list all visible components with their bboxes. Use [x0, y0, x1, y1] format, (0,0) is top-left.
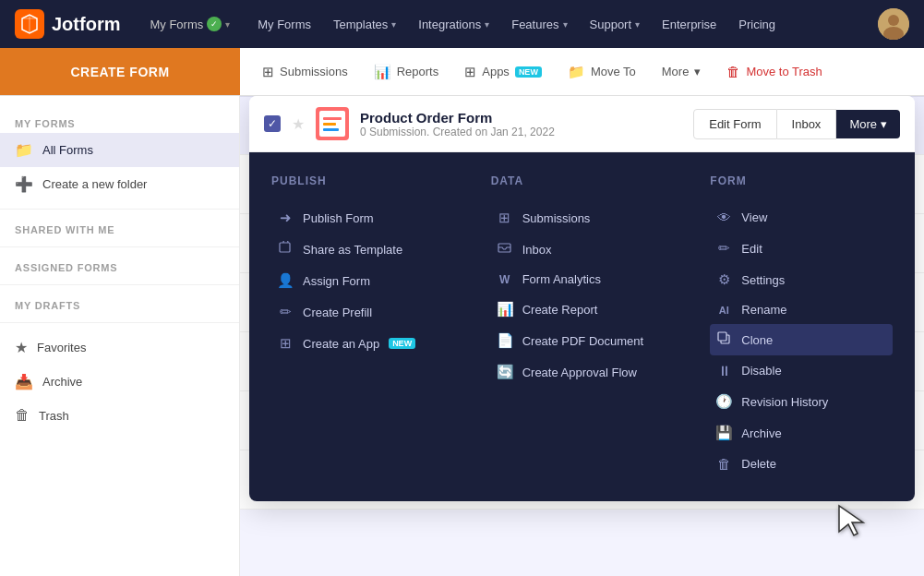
create-form-button[interactable]: CREATE FORM [0, 48, 240, 95]
nav-right [878, 8, 909, 40]
dropdown-panel: ✓ ★ Product Order Form 0 Submission. Cre… [249, 96, 915, 501]
table-icon: ⊞ [497, 210, 513, 226]
jotform-logo-icon [15, 9, 44, 39]
move-to-button[interactable]: 📁 Move To [557, 58, 647, 86]
move-to-trash-button[interactable]: 🗑 Move to Trash [715, 58, 833, 85]
form-column: FORM 👁 View ✏ Edit ⚙ Settings AI [710, 174, 893, 479]
sidebar-divider-1 [0, 209, 239, 210]
nav-enterprise[interactable]: Enterprise [653, 12, 726, 37]
apps-button[interactable]: ⊞ Apps NEW [453, 58, 553, 86]
verified-badge: ✓ [207, 17, 222, 31]
form-column-title: FORM [710, 174, 893, 187]
menu-item-archive[interactable]: 💾 Archive [710, 417, 893, 449]
menu-item-delete[interactable]: 🗑 Delete [710, 449, 893, 479]
menu-item-publish-form[interactable]: ➜ Publish Form [271, 202, 454, 234]
my-forms-badge[interactable]: My Forms ✓ ▾ [150, 17, 230, 31]
form-title: Product Order Form [360, 110, 682, 126]
svg-rect-7 [718, 332, 726, 341]
more-dropdown-button[interactable]: More ▾ [836, 110, 900, 138]
eye-icon: 👁 [715, 210, 732, 225]
nav-features[interactable]: Features ▾ [502, 12, 576, 37]
menu-item-create-approval[interactable]: 🔄 Create Approval Flow [491, 356, 674, 388]
menu-item-edit[interactable]: ✏ Edit [710, 233, 893, 264]
my-forms-label: My Forms [150, 18, 203, 31]
chevron-down-icon: ▾ [225, 19, 230, 30]
publish-column: PUBLISH ➜ Publish Form Share as Template… [271, 174, 454, 479]
top-navigation: Jotform My Forms ✓ ▾ My Forms Templates … [0, 0, 924, 48]
chevron-down-icon: ▾ [694, 65, 701, 78]
nav-pricing[interactable]: Pricing [729, 12, 785, 37]
nav-my-forms[interactable]: My Forms [248, 12, 320, 37]
sidebar-item-favorites[interactable]: ★ Favorites [0, 330, 239, 365]
chevron-down-icon: ▾ [563, 19, 568, 30]
sidebar-item-create-folder[interactable]: ➕ Create a new folder [0, 167, 239, 201]
sidebar-item-all-forms[interactable]: 📁 All Forms [0, 133, 239, 167]
submissions-icon: ⊞ [262, 64, 274, 80]
data-column: DATA ⊞ Submissions Inbox W Form Analytic… [491, 174, 674, 479]
submissions-button[interactable]: ⊞ Submissions [251, 58, 359, 86]
reports-icon: 📊 [374, 64, 391, 80]
sidebar-divider-2 [0, 246, 239, 247]
edit-form-button[interactable]: Edit Form [693, 109, 776, 139]
chevron-down-icon: ▾ [635, 19, 640, 30]
nav-links: My Forms Templates ▾ Integrations ▾ Feat… [248, 12, 859, 37]
shared-with-me-title: SHARED WITH ME [0, 217, 239, 239]
checked-icon: ✓ [264, 115, 281, 132]
menu-item-settings[interactable]: ⚙ Settings [710, 264, 893, 295]
chevron-down-icon: ▾ [881, 117, 887, 131]
settings-icon: ⚙ [715, 271, 732, 288]
logo-area[interactable]: Jotform [15, 9, 120, 39]
history-icon: 🕐 [715, 393, 732, 410]
edit-icon: ✏ [715, 240, 732, 257]
menu-item-submissions[interactable]: ⊞ Submissions [491, 202, 674, 234]
menu-item-create-pdf[interactable]: 📄 Create PDF Document [491, 325, 674, 356]
svg-rect-4 [280, 243, 290, 252]
archive-icon: 💾 [715, 425, 732, 441]
nav-support[interactable]: Support ▾ [581, 12, 650, 37]
trash-icon: 🗑 [726, 64, 740, 79]
apps-icon: ⊞ [464, 64, 476, 80]
user-avatar[interactable] [878, 8, 909, 40]
dropdown-form-header: ✓ ★ Product Order Form 0 Submission. Cre… [249, 96, 915, 152]
svg-marker-8 [839, 506, 863, 535]
reports-button[interactable]: 📊 Reports [363, 58, 450, 86]
menu-item-view[interactable]: 👁 View [710, 202, 893, 233]
approval-icon: 🔄 [497, 364, 513, 380]
sidebar-item-archive[interactable]: 📥 Archive [0, 365, 239, 399]
disable-icon: ⏸ [715, 363, 732, 378]
menu-item-assign-form[interactable]: 👤 Assign Form [271, 265, 454, 296]
menu-item-rename[interactable]: AI Rename [710, 295, 893, 324]
more-button[interactable]: More ▾ [651, 59, 713, 84]
menu-item-clone[interactable]: Clone [710, 324, 893, 355]
menu-item-revision-history[interactable]: 🕐 Revision History [710, 386, 893, 417]
sidebar-divider-4 [0, 322, 239, 323]
assign-icon: 👤 [277, 272, 294, 289]
archive-icon: 📥 [15, 373, 33, 390]
menu-item-inbox[interactable]: Inbox [491, 234, 674, 265]
add-folder-icon: ➕ [15, 175, 33, 193]
menu-item-create-app[interactable]: ⊞ Create an App NEW [271, 328, 454, 359]
assigned-forms-title: ASSIGNED FORMS [0, 255, 239, 277]
move-to-icon: 📁 [568, 64, 585, 80]
menu-item-create-prefill[interactable]: ✏ Create Prefill [271, 296, 454, 328]
menu-item-create-report[interactable]: 📊 Create Report [491, 294, 674, 325]
form-thumbnail [316, 107, 349, 140]
apps-new-badge: NEW [515, 66, 542, 78]
inbox-button[interactable]: Inbox [777, 109, 837, 139]
logo-text: Jotform [52, 14, 120, 35]
form-meta: 0 Submission. Created on Jan 21, 2022 [360, 126, 682, 138]
menu-item-share-template[interactable]: Share as Template [271, 234, 454, 265]
star-icon[interactable]: ★ [292, 115, 305, 133]
inbox-icon [497, 241, 513, 258]
nav-templates[interactable]: Templates ▾ [324, 12, 405, 37]
pdf-icon: 📄 [497, 332, 513, 349]
star-icon: ★ [15, 339, 28, 356]
header-actions: Edit Form Inbox More ▾ [693, 109, 900, 139]
menu-item-form-analytics[interactable]: W Form Analytics [491, 265, 674, 294]
new-badge: NEW [389, 338, 415, 349]
sidebar-item-trash[interactable]: 🗑 Trash [0, 399, 239, 432]
menu-item-disable[interactable]: ⏸ Disable [710, 355, 893, 386]
grid-icon: ⊞ [277, 335, 294, 352]
nav-integrations[interactable]: Integrations ▾ [409, 12, 498, 37]
rename-icon: AI [715, 305, 732, 316]
